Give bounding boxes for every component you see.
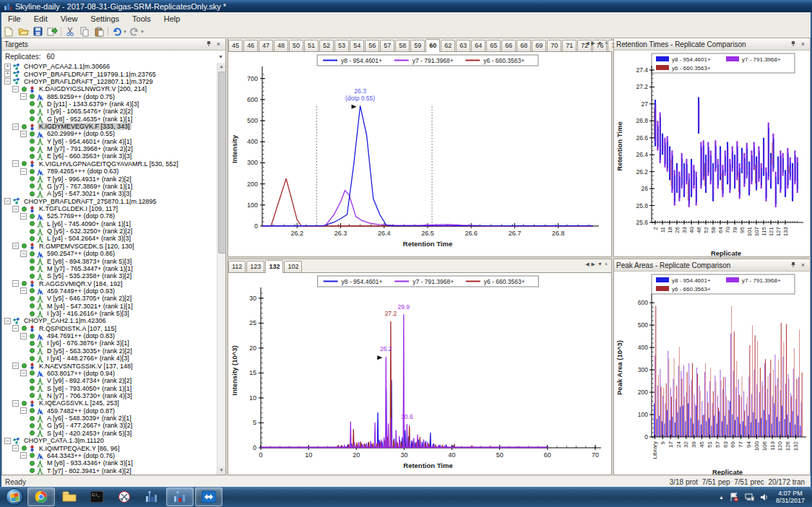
tree-row-peptide[interactable]: –K.IGDYMEVEGVK.F [333, 343] [2, 123, 217, 130]
tree-row-transition[interactable]: I [y6] - 676.3876+ (rank 3)[1] [2, 339, 217, 347]
replicate-tab-68[interactable]: 68 [517, 40, 531, 51]
collapse-icon[interactable]: – [20, 131, 27, 137]
tree-row-protein[interactable]: –CHOYP_BRAFLDRAFT_122807.1.1|m.3729 [2, 78, 217, 85]
tree-row-precursor[interactable]: –459.7449++ (dotp 0.93) [2, 287, 217, 295]
replicate-tab-nav[interactable]: ◀▶▼× [585, 40, 610, 46]
tree-row-protein[interactable]: +CHOYP_ACAA2.1.1|m.30666 [2, 63, 217, 70]
collapse-icon[interactable]: – [12, 124, 19, 130]
replicate-tab-53[interactable]: 53 [334, 40, 349, 51]
collapse-icon[interactable]: – [4, 198, 11, 204]
replicate-tab-46[interactable]: 46 [243, 40, 258, 51]
tree-row-transition[interactable]: Q [y5] - 632.3250+ (rank 2)[2] [2, 228, 217, 235]
taskbar-skyline-daily-button[interactable] [166, 488, 194, 506]
replicate-tab-58[interactable]: 58 [395, 40, 410, 51]
tree-row-transition[interactable]: T [y7] - 802.3941+ (rank 4)[2] [2, 467, 217, 474]
collapse-icon[interactable]: – [12, 400, 19, 407]
collapse-icon[interactable]: – [20, 251, 27, 257]
taskbar-explorer-button[interactable] [56, 488, 82, 506]
pin-icon[interactable] [789, 261, 798, 269]
replicate-tab-64[interactable]: 64 [471, 40, 485, 51]
chromatogram-top-chart[interactable]: y8 - 954.4601+y7 - 791.3968+y6 - 660.356… [228, 52, 611, 258]
collapse-icon[interactable]: – [20, 168, 27, 175]
tree-row-precursor[interactable]: –603.8017++ (dotp 0.94) [2, 370, 217, 377]
replicate-tab-54[interactable]: 54 [350, 40, 364, 51]
tree-row-transition[interactable]: G [y5] - 477.2667+ (rank 3)[2] [2, 422, 217, 429]
peak-areas-chart[interactable]: y8 - 954.4601+y7 - 791.3968+y6 - 660.356… [614, 272, 810, 475]
save-button[interactable] [30, 26, 45, 38]
copy-button[interactable] [77, 26, 92, 38]
pin-icon[interactable] [204, 40, 214, 48]
tree-row-transition[interactable]: S [y8] - 793.4050+ (rank 1)[1] [2, 384, 217, 391]
menu-settings[interactable]: Settings [84, 14, 126, 24]
menu-file[interactable]: File [1, 14, 27, 24]
open-button[interactable] [16, 26, 30, 38]
share-button[interactable] [45, 26, 59, 38]
undo-button[interactable] [110, 26, 124, 38]
tree-row-transition[interactable]: I [y4] - 448.2766+ (rank 4)[3] [2, 355, 217, 362]
replicate-b-tab-123[interactable]: 123 [246, 261, 264, 272]
tree-row-transition[interactable]: D [y5] - 563.3035+ (rank 2)[2] [2, 347, 217, 355]
redo-dropdown-icon[interactable]: ▼ [140, 30, 144, 34]
replicate-b-tab-102[interactable]: 102 [284, 261, 302, 272]
menu-view[interactable]: View [54, 14, 85, 24]
tree-row-peptide[interactable]: –K.VIGLHVLGPNAGEITQGYAVAMR.L [530, 552] [2, 160, 217, 168]
tree-row-transition[interactable]: L [y4] - 504.2664+ (rank 3)[3] [2, 235, 217, 242]
tree-row-precursor[interactable]: –459.7482++ (dotp 0.87) [2, 407, 217, 415]
tree-row-protein[interactable]: –CHOYP_CATA.1.3|m.11120 [2, 437, 217, 444]
tree-row-protein[interactable]: –CHOYP_BRAFLDRAFT_275870.1.1|m.12895 [2, 197, 217, 204]
replicate-tab-70[interactable]: 70 [547, 40, 561, 51]
replicate-tab-56[interactable]: 56 [365, 40, 379, 51]
tree-row-transition[interactable]: G [y7] - 767.3869+ (rank 1)[1] [2, 183, 217, 190]
tree-row-transition[interactable]: M [y7] - 765.3447+ (rank 1)[1] [2, 265, 217, 272]
tree-scrollbar[interactable]: ▲ ▼ [217, 63, 225, 474]
replicate-tab-52[interactable]: 52 [319, 40, 334, 51]
network-icon[interactable] [745, 493, 754, 501]
close-icon[interactable]: × [214, 40, 223, 48]
collapse-icon[interactable]: – [20, 213, 27, 220]
clock[interactable]: 4:07 PM 8/31/2017 [776, 490, 805, 504]
tree-row-transition[interactable]: I [y9] - 1065.5476+ (rank 2)[2] [2, 108, 217, 115]
replicate-b-tab-nav[interactable]: ◀▶▼× [585, 261, 610, 267]
replicate-tab-62[interactable]: 62 [441, 40, 455, 51]
taskbar-cmd-button[interactable]: C:\_ [84, 488, 110, 506]
volume-icon[interactable] [760, 493, 769, 501]
replicate-tab-45[interactable]: 45 [228, 40, 243, 51]
tree-row-precursor[interactable]: –590.2547++ (dotp 0.86) [2, 250, 217, 257]
tree-row-transition[interactable]: A [y6] - 548.3039+ (rank 2)[1] [2, 415, 217, 422]
collapse-icon[interactable]: – [12, 243, 19, 249]
tree-row-transition[interactable]: M [y7] - 791.3968+ (rank 2)[2] [2, 145, 217, 152]
close-icon[interactable]: × [798, 261, 808, 269]
tree-row-peptide[interactable]: –K.TGFLGLDEK.I [109, 117] [2, 205, 217, 212]
tree-row-protein[interactable]: +CHOYP_BRAFLDRAFT_119799.1.1|m.23765 [2, 70, 217, 77]
collapse-icon[interactable]: – [20, 452, 27, 459]
tree-row-protein[interactable]: –CHOYP_CAH2.1.1|m.42306 [2, 317, 217, 324]
replicate-tab-60[interactable]: 60 [426, 39, 440, 52]
paste-button[interactable] [92, 26, 106, 38]
collapse-icon[interactable]: – [4, 318, 11, 324]
collapse-icon[interactable]: – [4, 78, 11, 84]
expand-icon[interactable]: + [4, 64, 11, 70]
redo-button[interactable] [127, 26, 142, 38]
hidden-icons-arrow[interactable]: ▲ [719, 495, 724, 500]
scroll-up-icon[interactable]: ▲ [217, 63, 225, 71]
tree-row-precursor[interactable]: –525.7769++ (dotp 0.78) [2, 212, 217, 220]
replicates-combo[interactable]: Replicates: 60 ▼ [2, 51, 225, 64]
tree-row-transition[interactable]: V [y5] - 646.3705+ (rank 2)[2] [2, 295, 217, 302]
tree-row-precursor[interactable]: –885.9259++ (dotp 0.75) [2, 92, 217, 100]
collapse-icon[interactable]: – [20, 287, 27, 294]
tree-row-precursor[interactable]: –644.3343++ (dotp 0.76) [2, 452, 217, 459]
replicate-tab-66[interactable]: 66 [501, 40, 516, 51]
collapse-icon[interactable]: – [12, 86, 19, 92]
tree-row-transition[interactable]: G [y8] - 952.4635+ (rank 1)[1] [2, 116, 217, 123]
tree-row-precursor[interactable]: –494.7691++ (dotp 0.83) [2, 332, 217, 339]
collapse-icon[interactable]: – [20, 407, 27, 414]
tree-row-precursor[interactable]: –620.2999++ (dotp 0.55) [2, 130, 217, 137]
replicate-b-tab-132[interactable]: 132 [265, 260, 283, 273]
taskbar-teamviewer-button[interactable] [195, 488, 223, 506]
tree-row-transition[interactable]: N [y7] - 706.3730+ (rank 4)[3] [2, 392, 217, 399]
replicate-tab-51[interactable]: 51 [304, 40, 319, 51]
taskbar-skyline-button[interactable] [139, 488, 165, 506]
tree-row-precursor[interactable]: –789.4265+++ (dotp 0.63) [2, 168, 217, 175]
close-icon[interactable]: × [798, 40, 808, 48]
collapse-icon[interactable]: – [12, 280, 19, 287]
